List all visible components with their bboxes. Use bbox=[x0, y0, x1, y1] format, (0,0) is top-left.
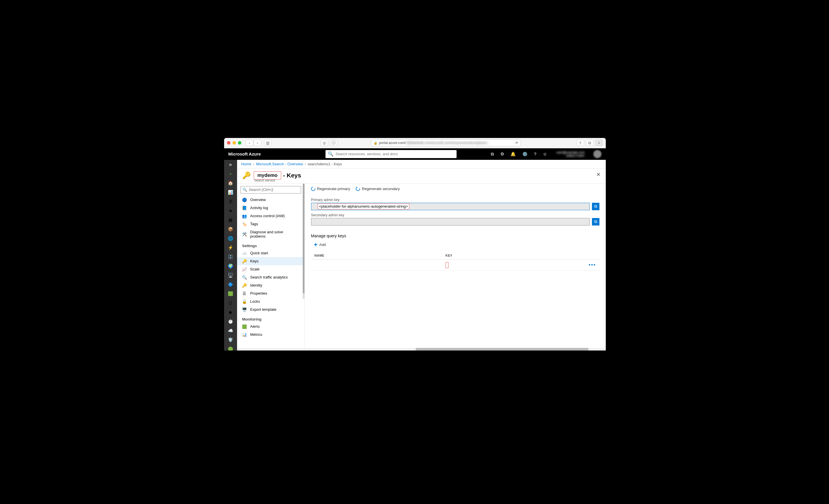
search-icon: 🔍 bbox=[243, 187, 247, 192]
sidebar-item-metrics[interactable]: 📊Metrics bbox=[237, 331, 304, 339]
refresh-icon bbox=[355, 186, 361, 191]
reader-icon[interactable]: ⓘ bbox=[330, 140, 337, 146]
add-query-key-button[interactable]: + Add bbox=[314, 241, 600, 249]
rail-item-16[interactable]: ◆ bbox=[228, 310, 233, 315]
rail-item-18[interactable]: ☁️ bbox=[228, 328, 233, 333]
resource-sidebar: « 🔍 Search (Ctrl+/) 🔵Overview📘Activity l… bbox=[237, 184, 305, 351]
sidebar-item-icon: ☰ bbox=[242, 291, 247, 296]
back-button[interactable]: ‹ bbox=[246, 140, 253, 146]
privacy-icon[interactable]: ◎ bbox=[321, 140, 328, 146]
rail-item-1[interactable]: ＋ bbox=[228, 171, 233, 177]
reload-icon[interactable]: ⟳ bbox=[515, 141, 518, 145]
sidebar-item-label: Scale bbox=[250, 267, 260, 271]
rail-item-12[interactable]: 🖥️ bbox=[228, 273, 233, 278]
rail-item-5[interactable]: ★ bbox=[228, 208, 233, 213]
sidebar-item-locks[interactable]: 🔒Locks bbox=[237, 297, 304, 305]
url-host: portal.azure.com/ bbox=[379, 141, 406, 145]
rail-item-19[interactable]: 🛡️ bbox=[228, 337, 233, 343]
row-more-button[interactable]: ••• bbox=[589, 262, 596, 268]
azure-logo[interactable]: Microsoft Azure bbox=[228, 151, 261, 156]
rail-item-20[interactable]: 🟢 bbox=[228, 347, 233, 351]
global-search[interactable]: 🔍 bbox=[325, 150, 457, 158]
rail-item-7[interactable]: 📦 bbox=[228, 227, 233, 232]
close-blade-icon[interactable]: ✕ bbox=[596, 171, 601, 178]
sidebar-item-label: Metrics bbox=[250, 332, 262, 337]
regenerate-secondary-button[interactable]: Regenerate secondary bbox=[356, 187, 400, 191]
rail-item-15[interactable]: ⟨⟩ bbox=[228, 300, 233, 305]
breadcrumb-home[interactable]: Home bbox=[241, 162, 251, 166]
sidebar-item-diagnose-and-solve-problems[interactable]: 🛠️Diagnose and solve problems bbox=[237, 228, 304, 240]
manage-query-keys-title: Manage query keys bbox=[311, 233, 600, 238]
url-bar[interactable]: 🔒 portal.azure.com/ #@blahblah.onmicroso… bbox=[371, 139, 521, 146]
sidebar-item-label: Quick start bbox=[250, 251, 268, 255]
primary-key-value: <placeholder-for-alphanumeric-autogenera… bbox=[318, 203, 409, 209]
sidebar-item-scale[interactable]: 📈Scale bbox=[237, 265, 304, 273]
feedback-icon[interactable]: ☺ bbox=[543, 151, 547, 156]
plus-icon: + bbox=[314, 241, 318, 249]
sidebar-item-quick-start[interactable]: ☁️Quick start bbox=[237, 249, 304, 257]
sidebar-item-icon: 👥 bbox=[242, 214, 247, 218]
rail-item-11[interactable]: 🌍 bbox=[228, 263, 233, 269]
secondary-key-label: Secondary admin key bbox=[311, 213, 600, 217]
copy-primary-key-button[interactable]: ⧉ bbox=[592, 203, 600, 210]
help-icon[interactable]: ? bbox=[534, 151, 536, 156]
breadcrumb-level1[interactable]: Microsoft.Search - Overview bbox=[256, 162, 303, 166]
maximize-window-icon[interactable] bbox=[238, 141, 241, 145]
sidebar-item-label: Keys bbox=[250, 259, 259, 263]
sidebar-item-label: Overview bbox=[250, 197, 266, 202]
browser-chrome: ‹ › ▥ ◎ ⓘ 🔒 portal.azure.com/ #@blahblah… bbox=[224, 138, 606, 148]
copy-secondary-key-button[interactable]: ⧉ bbox=[592, 218, 600, 225]
keys-toolbar: Regenerate primary Regenerate secondary bbox=[311, 187, 600, 194]
sidebar-item-overview[interactable]: 🔵Overview bbox=[237, 196, 304, 204]
sidebar-item-identity[interactable]: 🔑Identity bbox=[237, 281, 304, 289]
sidebar-search[interactable]: 🔍 Search (Ctrl+/) bbox=[241, 186, 301, 193]
sidebar-item-label: Export template bbox=[250, 307, 277, 312]
sidebar-item-activity-log[interactable]: 📘Activity log bbox=[237, 204, 304, 212]
rail-item-9[interactable]: ⚡ bbox=[228, 245, 233, 250]
search-icon: 🔍 bbox=[328, 151, 333, 157]
notifications-icon[interactable]: 🔔 bbox=[510, 151, 516, 157]
cloud-shell-icon[interactable]: ⧉ bbox=[491, 151, 494, 157]
sidebar-item-access-control-iam-[interactable]: 👥Access control (IAM) bbox=[237, 212, 304, 220]
close-window-icon[interactable] bbox=[227, 141, 230, 145]
sidebar-scrollbar[interactable] bbox=[303, 184, 304, 299]
sidebar-item-keys[interactable]: 🔑Keys bbox=[237, 257, 304, 265]
settings-icon[interactable]: ⚙️ bbox=[522, 151, 528, 157]
user-info[interactable]: user@example.com DIRECTORY bbox=[556, 151, 585, 157]
sidebar-toggle-icon[interactable]: ▥ bbox=[264, 140, 272, 146]
rail-item-8[interactable]: 🌐 bbox=[228, 236, 233, 241]
rail-item-10[interactable]: 🗄️ bbox=[228, 254, 233, 259]
sidebar-item-properties[interactable]: ☰Properties bbox=[237, 289, 304, 297]
secondary-key-field[interactable] bbox=[311, 218, 590, 225]
rail-item-13[interactable]: 🔷 bbox=[228, 282, 233, 287]
new-tab-button[interactable]: + bbox=[595, 140, 603, 146]
table-row: ••• bbox=[311, 260, 600, 271]
rail-item-4[interactable]: ☰ bbox=[228, 199, 233, 204]
window-controls bbox=[227, 141, 241, 145]
tabs-icon[interactable]: ⧉ bbox=[586, 140, 593, 146]
rail-item-6[interactable]: ▦ bbox=[228, 217, 233, 223]
rail-item-2[interactable]: 🏠 bbox=[228, 181, 233, 186]
sidebar-item-label: Activity log bbox=[250, 206, 268, 210]
rail-item-17[interactable]: ⏱️ bbox=[228, 319, 233, 324]
search-input[interactable] bbox=[335, 152, 454, 156]
share-icon[interactable]: ⇧ bbox=[577, 140, 584, 146]
regenerate-primary-button[interactable]: Regenerate primary bbox=[311, 187, 350, 191]
lock-icon: 🔒 bbox=[373, 141, 377, 145]
rail-item-0[interactable]: » bbox=[228, 162, 233, 167]
rail-item-14[interactable]: 🟩 bbox=[228, 291, 233, 296]
sidebar-item-alerts[interactable]: 🟩Alerts bbox=[237, 323, 304, 331]
primary-key-field[interactable]: <placeholder-for-alphanumeric-autogenera… bbox=[311, 203, 590, 210]
sidebar-item-icon: 🔵 bbox=[242, 197, 247, 202]
rail-item-3[interactable]: 📊 bbox=[228, 190, 233, 195]
icon-rail: »＋🏠📊☰★▦📦🌐⚡🗄️🌍🖥️🔷🟩⟨⟩◆⏱️☁️🛡️🟢⋯ bbox=[224, 160, 237, 351]
sidebar-item-label: Properties bbox=[250, 291, 267, 295]
horizontal-scrollbar[interactable] bbox=[237, 348, 606, 351]
filter-icon[interactable]: ⚙ bbox=[500, 151, 504, 157]
minimize-window-icon[interactable] bbox=[232, 141, 236, 145]
sidebar-item-tags[interactable]: 🏷️Tags bbox=[237, 220, 304, 228]
sidebar-item-export-template[interactable]: 🖥️Export template bbox=[237, 305, 304, 314]
avatar[interactable] bbox=[593, 150, 602, 158]
forward-button[interactable]: › bbox=[254, 140, 261, 146]
sidebar-item-search-traffic-analytics[interactable]: 🔍Search traffic analytics bbox=[237, 273, 304, 281]
